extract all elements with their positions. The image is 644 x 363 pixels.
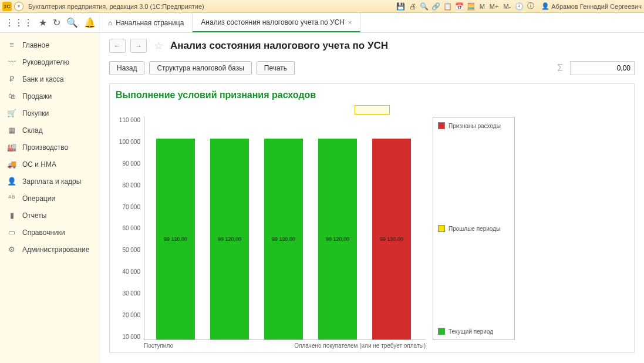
chart-legend: Признаны расходыПрошлые периодыТекущий п…	[433, 117, 515, 340]
link-icon[interactable]: 🔗	[431, 2, 441, 11]
bar-value-label: 99 120,00	[164, 236, 187, 242]
search-icon[interactable]: 🔍	[66, 17, 78, 28]
y-tick: 20 000	[122, 312, 140, 318]
memory-mminus[interactable]: M-	[502, 3, 512, 10]
sidebar-item-1[interactable]: 〰Руководителю	[0, 53, 99, 70]
chart-bar-3[interactable]: 99 120,00	[318, 139, 357, 340]
titlebar-icons: 💾 🖨 🔍 🔗 📋 📅 🧮 M M+ M- 🕘 ⓘ 👤 Абрамов Генн…	[396, 2, 642, 11]
sidebar-icon: 🚚	[7, 160, 16, 169]
bar-value-label: 99 120,00	[326, 236, 349, 242]
y-tick: 40 000	[122, 268, 140, 275]
star-icon[interactable]: ★	[39, 17, 47, 28]
sidebar-item-label: Покупки	[22, 109, 49, 117]
y-tick: 80 000	[122, 182, 140, 189]
x-label-left: Поступило	[144, 342, 255, 349]
close-icon[interactable]: ×	[348, 19, 352, 26]
sidebar-item-label: Администрирование	[22, 246, 89, 254]
tab-analysis-label: Анализ состояния налогового учета по УСН	[201, 18, 345, 26]
info-icon[interactable]: ⓘ	[526, 2, 535, 11]
clock-icon[interactable]: 🕘	[514, 2, 524, 11]
app-title: Бухгалтерия предприятия, редакция 3.0 (1…	[28, 3, 396, 10]
sidebar-item-0[interactable]: ≡Главное	[0, 36, 99, 53]
y-tick: 110 000	[119, 117, 140, 123]
apps-icon[interactable]: ⋮⋮⋮	[5, 17, 33, 28]
sidebar-icon: ≡	[7, 41, 16, 49]
print-button[interactable]: Печать	[257, 61, 295, 75]
sidebar-item-label: Операции	[22, 194, 55, 203]
sidebar-item-7[interactable]: 🚚ОС и НМА	[0, 156, 99, 173]
chart-panel: Выполнение условий признания расходов 11…	[109, 83, 635, 353]
legend-label: Прошлые периоды	[449, 226, 500, 232]
memory-m[interactable]: M	[478, 3, 486, 10]
y-tick: 60 000	[122, 225, 140, 231]
back-button[interactable]: Назад	[109, 61, 144, 75]
sidebar-icon: 🛒	[7, 109, 16, 117]
sidebar-item-10[interactable]: ▮Отчеты	[0, 207, 99, 224]
tab-analysis[interactable]: Анализ состояния налогового учета по УСН…	[193, 13, 360, 32]
chart-bar-2[interactable]: 99 120,00	[264, 139, 303, 340]
tab-home-label: Начальная страница	[116, 19, 184, 27]
sidebar-icon: ▮	[7, 211, 16, 220]
bar-value-label: 99 120,00	[380, 236, 403, 242]
sidebar-item-4[interactable]: 🛒Покупки	[0, 105, 99, 122]
print-icon[interactable]: 🖨	[408, 2, 417, 11]
sidebar-item-2[interactable]: ₽Банк и касса	[0, 70, 99, 88]
sidebar-item-label: Банк и касса	[22, 75, 64, 83]
favorite-icon[interactable]: ☆	[151, 39, 166, 53]
sidebar-item-6[interactable]: 🏭Производство	[0, 139, 99, 156]
legend-label: Признаны расходы	[449, 123, 501, 129]
sidebar-item-label: Справочники	[22, 228, 65, 237]
sidebar-item-12[interactable]: ⚙Администрирование	[0, 241, 99, 258]
sum-field[interactable]	[570, 61, 635, 75]
sidebar-item-11[interactable]: ▭Справочники	[0, 224, 99, 241]
nav-forward-button[interactable]: →	[130, 39, 147, 53]
tab-home[interactable]: ⌂ Начальная страница	[100, 13, 193, 32]
toolbar: ⋮⋮⋮ ★ ↻ 🔍 🔔 ⌂ Начальная страница Анализ …	[0, 13, 644, 33]
x-label-right: Оплачено покупателем (или не требует опл…	[255, 342, 426, 349]
y-tick: 10 000	[122, 334, 140, 340]
y-tick: 90 000	[122, 160, 140, 167]
sidebar: ≡Главное〰Руководителю₽Банк и касса🛍Прода…	[0, 33, 100, 363]
sidebar-item-8[interactable]: 👤Зарплата и кадры	[0, 173, 99, 190]
structure-button[interactable]: Структура налоговой базы	[149, 61, 251, 75]
chart-area: 110 000100 00090 00080 00070 00060 00050…	[116, 117, 628, 340]
sidebar-item-3[interactable]: 🛍Продажи	[0, 88, 99, 105]
dropdown-icon[interactable]: ▾	[14, 2, 23, 11]
user-label[interactable]: 👤 Абрамов Геннадий Сергеевич	[541, 2, 642, 10]
sidebar-icon: 〰	[7, 58, 16, 66]
sidebar-item-label: Продажи	[22, 92, 52, 100]
main: ≡Главное〰Руководителю₽Банк и касса🛍Прода…	[0, 33, 644, 363]
bell-icon[interactable]: 🔔	[84, 17, 96, 28]
tabs: ⌂ Начальная страница Анализ состояния на…	[100, 13, 360, 32]
history-icon[interactable]: ↻	[53, 17, 60, 28]
user-icon: 👤	[541, 2, 549, 10]
sidebar-item-5[interactable]: ▦Склад	[0, 122, 99, 139]
legend-label: Текущий период	[449, 328, 493, 335]
sidebar-icon: ▭	[7, 228, 16, 237]
page-header: ← → ☆ Анализ состояния налогового учета …	[109, 39, 635, 53]
save-icon[interactable]: 💾	[396, 2, 406, 11]
sidebar-icon: ▦	[7, 126, 16, 135]
calendar-icon[interactable]: 📅	[455, 2, 464, 11]
memory-mplus[interactable]: M+	[488, 3, 500, 10]
chart-bar-0[interactable]: 99 120,00	[156, 139, 195, 340]
chart-tooltip-box	[355, 105, 390, 115]
preview-icon[interactable]: 🔍	[420, 2, 429, 11]
clipboard-icon[interactable]: 📋	[443, 2, 453, 11]
chart-bar-4[interactable]: 99 120,00	[372, 139, 411, 340]
sidebar-icon: 🛍	[7, 92, 16, 100]
legend-item-2: Текущий период	[438, 328, 510, 335]
sidebar-item-9[interactable]: ᴬᴮОперации	[0, 190, 99, 207]
bar-value-label: 99 120,00	[272, 236, 295, 242]
sidebar-icon: 👤	[7, 177, 16, 186]
sidebar-item-label: Производство	[22, 143, 68, 152]
sidebar-item-label: Зарплата и кадры	[22, 177, 81, 186]
chart-bar-1[interactable]: 99 120,00	[210, 139, 249, 340]
calc-icon[interactable]: 🧮	[467, 2, 476, 11]
app-logo-icon: 1C	[2, 2, 12, 11]
user-name: Абрамов Геннадий Сергеевич	[551, 3, 642, 10]
sidebar-item-label: Главное	[22, 41, 49, 49]
nav-back-button[interactable]: ←	[109, 39, 126, 53]
y-tick: 30 000	[122, 290, 140, 297]
chart-plot[interactable]: 99 120,0099 120,0099 120,0099 120,0099 1…	[144, 117, 426, 340]
